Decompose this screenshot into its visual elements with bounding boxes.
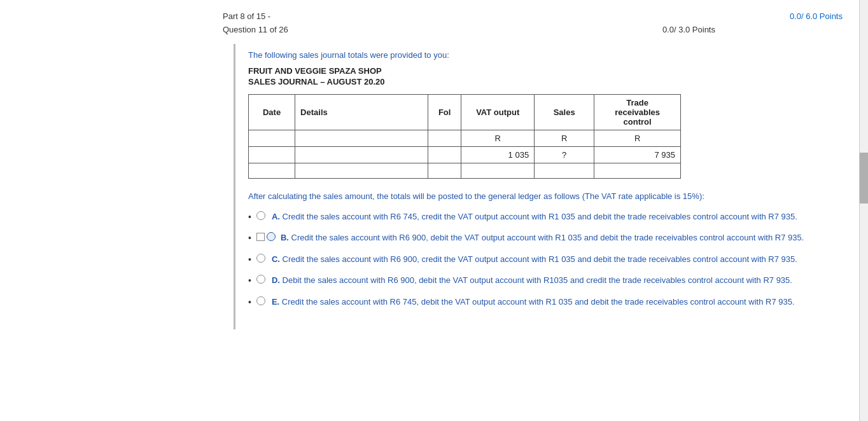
radio-d[interactable]: [256, 275, 265, 284]
option-c: • C. Credit the sales account with R6 90…: [248, 253, 836, 266]
bullet-e: •: [248, 297, 251, 307]
option-b-icons: [256, 232, 278, 241]
empty-details: [295, 163, 428, 179]
currency-vat: R: [461, 130, 535, 147]
after-text: After calculating the sales amount, the …: [248, 190, 836, 203]
journal-title: SALES JOURNAL – AUGUST 20.20: [248, 77, 836, 86]
radio-b[interactable]: [267, 232, 276, 241]
journal-table: Date Details Fol VAT output Sales Trader…: [248, 94, 681, 179]
data-details: [295, 147, 428, 163]
currency-trade: R: [594, 130, 681, 147]
data-fol: [428, 147, 461, 163]
empty-trade: [594, 163, 681, 179]
radio-c[interactable]: [256, 254, 265, 263]
bullet-c: •: [248, 254, 251, 265]
option-b: • B. Credit the sales account with R6 90…: [248, 231, 836, 244]
radio-a-area[interactable]: [256, 211, 268, 220]
data-date: [249, 147, 295, 163]
option-a: • A. Credit the sales account with R6 74…: [248, 210, 836, 223]
part-label: Part 8 of 15 -: [223, 11, 270, 21]
currency-details: [295, 130, 428, 147]
page-container: Part 8 of 15 - 0.0/ 6.0 Points Question …: [0, 0, 868, 421]
option-e-text: E. Credit the sales account with R6 745,…: [272, 296, 795, 308]
bullet-d: •: [248, 275, 251, 286]
col-vat-output: VAT output: [461, 95, 535, 130]
col-trade-receivables: Tradereceivablescontrol: [594, 95, 681, 130]
data-row: 1 035 ? 7 935: [249, 147, 681, 163]
data-sales: ?: [535, 147, 594, 163]
checkbox-b[interactable]: [256, 233, 265, 241]
radio-c-area[interactable]: [256, 254, 268, 263]
currency-sales: R: [535, 130, 594, 147]
empty-row: [249, 163, 681, 179]
currency-date: [249, 130, 295, 147]
scrollbar[interactable]: [859, 0, 868, 421]
empty-sales: [535, 163, 594, 179]
col-date: Date: [249, 95, 295, 130]
header-bar: Part 8 of 15 - 0.0/ 6.0 Points: [0, 0, 868, 21]
option-a-text: A. Credit the sales account with R6 745,…: [272, 210, 797, 223]
option-d: • D. Debit the sales account with R6 900…: [248, 274, 836, 287]
shop-title: FRUIT AND VEGGIE SPAZA SHOP: [248, 66, 836, 76]
question-label: Question 11 of 26: [223, 25, 288, 34]
radio-a[interactable]: [256, 211, 265, 220]
options-list: • A. Credit the sales account with R6 74…: [248, 210, 836, 308]
col-fol: Fol: [428, 95, 461, 130]
question-points: 0.0/ 3.0 Points: [662, 25, 715, 34]
bullet-a: •: [248, 212, 251, 222]
option-e: • E. Credit the sales account with R6 74…: [248, 296, 836, 308]
col-sales: Sales: [535, 95, 594, 130]
data-vat: 1 035: [461, 147, 535, 163]
currency-row: R R R: [249, 130, 681, 147]
bullet-b: •: [248, 233, 251, 243]
currency-fol: [428, 130, 461, 147]
empty-date: [249, 163, 295, 179]
scrollbar-thumb[interactable]: [860, 153, 868, 204]
radio-e[interactable]: [256, 296, 265, 305]
empty-vat: [461, 163, 535, 179]
main-content: The following sales journal totals were …: [235, 44, 855, 329]
option-c-text: C. Credit the sales account with R6 900,…: [272, 253, 797, 266]
radio-e-area[interactable]: [256, 296, 268, 305]
option-d-text: D. Debit the sales account with R6 900, …: [272, 274, 792, 287]
col-details: Details: [295, 95, 428, 130]
radio-d-area[interactable]: [256, 275, 268, 284]
total-points-label: 0.0/ 6.0 Points: [790, 11, 843, 21]
intro-text: The following sales journal totals were …: [248, 50, 836, 60]
question-bar: Question 11 of 26 0.0/ 3.0 Points: [0, 21, 868, 34]
option-b-text: B. Credit the sales account with R6 900,…: [281, 231, 804, 244]
empty-fol: [428, 163, 461, 179]
data-trade: 7 935: [594, 147, 681, 163]
